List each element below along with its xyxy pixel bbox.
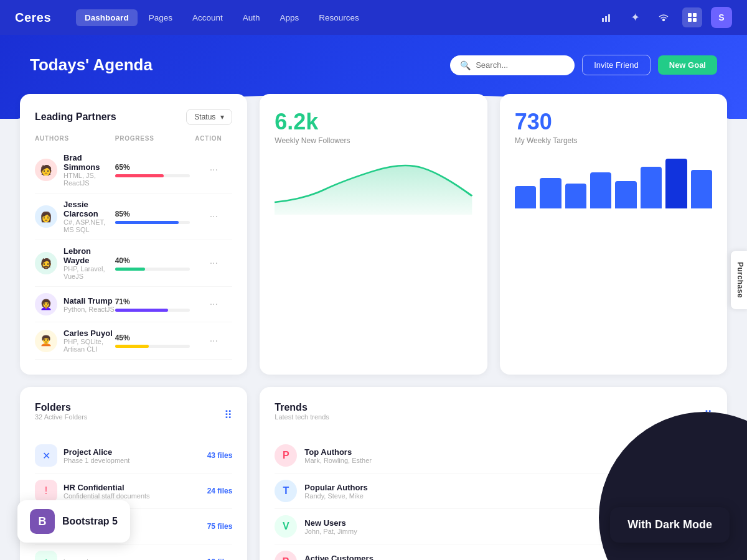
bar-item xyxy=(615,181,636,208)
new-goal-button[interactable]: New Goal xyxy=(658,55,717,75)
partner-name: Lebron Wayde xyxy=(63,246,115,265)
partner-progress-pct: 65% xyxy=(115,163,195,172)
svg-point-3 xyxy=(663,19,665,21)
bootstrap-badge: B Bootstrap 5 xyxy=(17,500,130,543)
folder-row: ✕ Project Alice Phase 1 development 43 f… xyxy=(35,438,232,474)
partner-row: 👩‍🦱 Natali Trump Python, ReactJS 71% ··· xyxy=(35,287,232,322)
leading-partners-card: Leading Partners Status ▾ AUTHORS PROGRE… xyxy=(20,94,247,375)
partner-name: Brad Simmons xyxy=(63,153,115,172)
bar-item xyxy=(515,186,536,208)
bar-item xyxy=(665,159,687,208)
folder-desc: Confidential staff documents xyxy=(63,492,150,500)
targets-value: 730 xyxy=(515,109,712,135)
dark-mode-button[interactable]: With Dark Mode xyxy=(610,507,730,543)
search-box[interactable]: 🔍 xyxy=(450,55,575,75)
partner-name: Carles Puyol xyxy=(63,329,115,338)
invite-friend-button[interactable]: Invite Friend xyxy=(582,55,651,75)
partner-progress-pct: 40% xyxy=(115,256,195,265)
folder-name: Project Alice xyxy=(63,447,129,457)
folders-subtitle: 32 Active Folders xyxy=(35,413,87,421)
partner-action-dots[interactable]: ··· xyxy=(195,164,232,175)
bar-fill xyxy=(691,170,712,208)
bar-fill xyxy=(641,167,662,208)
svg-rect-2 xyxy=(608,14,610,22)
bar-item xyxy=(641,167,662,208)
stats-icon[interactable] xyxy=(596,7,616,27)
trend-name: Top Authors xyxy=(304,447,372,457)
trend-icon: V xyxy=(275,515,297,538)
bar-fill xyxy=(615,181,636,208)
partner-info: 👩‍🦱 Natali Trump Python, ReactJS xyxy=(35,293,115,315)
trend-authors: John, Pat, Jimmy xyxy=(304,528,357,535)
nav-link-auth[interactable]: Auth xyxy=(234,9,269,26)
nav-link-apps[interactable]: Apps xyxy=(271,9,308,26)
partner-info: 🧔 Lebron Wayde PHP, Laravel, VueJS xyxy=(35,246,115,280)
status-dropdown[interactable]: Status ▾ xyxy=(186,109,232,125)
partner-name: Natali Trump xyxy=(63,296,115,306)
nav-link-dashboard[interactable]: Dashboard xyxy=(76,9,138,26)
nav-link-resources[interactable]: Resources xyxy=(310,9,368,26)
nav-link-account[interactable]: Account xyxy=(184,9,232,26)
trend-icon: B xyxy=(275,551,297,560)
bar-fill xyxy=(565,184,586,208)
nav-icons: ✦ S xyxy=(596,7,732,28)
weekly-followers-card: 6.2k Weekly New Followers xyxy=(260,94,487,375)
partner-progress-bar-fill xyxy=(115,174,164,177)
nav-link-pages[interactable]: Pages xyxy=(140,9,181,26)
bar-fill xyxy=(665,159,687,208)
bar-item xyxy=(590,172,611,208)
trend-name: New Users xyxy=(304,518,357,528)
partner-progress-bar-bg xyxy=(115,268,190,271)
partner-skills: C#, ASP.NET, MS SQL xyxy=(63,218,115,233)
partner-progress-bar-fill xyxy=(115,221,179,224)
partner-action-dots[interactable]: ··· xyxy=(195,335,232,347)
svg-rect-0 xyxy=(602,18,604,22)
partner-progress-bar-bg xyxy=(115,345,190,348)
followers-chart xyxy=(275,152,472,215)
folder-files: 75 files xyxy=(207,522,233,531)
folder-files: 43 files xyxy=(207,451,233,460)
bar-fill xyxy=(540,178,561,208)
svg-rect-1 xyxy=(605,16,607,22)
bar-item xyxy=(540,178,561,208)
user-avatar[interactable]: S xyxy=(711,7,732,28)
followers-value: 6.2k xyxy=(275,109,472,135)
partner-avatar: 👩‍🦱 xyxy=(35,293,57,315)
trend-icon: T xyxy=(275,480,297,502)
partner-row: 🧑 Brad Simmons HTML, JS, ReactJS 65% ··· xyxy=(35,147,232,194)
search-input[interactable] xyxy=(476,60,563,70)
chevron-down-icon: ▾ xyxy=(220,113,224,121)
wifi-icon[interactable] xyxy=(654,7,674,27)
folder-desc: Phase 1 development xyxy=(63,457,129,464)
partners-col-headers: AUTHORS PROGRESS ACTION xyxy=(35,135,232,142)
nav-links: Dashboard Pages Account Auth Apps Resour… xyxy=(76,9,576,26)
grid-icon[interactable] xyxy=(682,7,702,27)
brand-logo: Ceres xyxy=(15,11,51,25)
partner-skills: HTML, JS, ReactJS xyxy=(63,172,115,187)
asterisk-icon[interactable]: ✦ xyxy=(625,7,645,27)
partner-action-dots[interactable]: ··· xyxy=(195,299,232,310)
folders-menu-icon[interactable]: ⠿ xyxy=(224,408,232,422)
partner-action-dots[interactable]: ··· xyxy=(195,211,232,222)
partner-progress-pct: 45% xyxy=(115,334,195,342)
partner-skills: Python, ReactJS xyxy=(63,306,115,313)
trends-title: Trends xyxy=(275,402,329,413)
page-title: Todays' Agenda xyxy=(30,55,153,75)
svg-rect-5 xyxy=(693,13,697,17)
purchase-tab[interactable]: Purchase xyxy=(731,251,747,309)
partner-progress-bar-fill xyxy=(115,309,168,312)
targets-label: My Weekly Targets xyxy=(515,136,712,145)
partner-row: 🧔 Lebron Wayde PHP, Laravel, VueJS 40% ·… xyxy=(35,240,232,287)
weekly-targets-card: 730 My Weekly Targets xyxy=(500,94,727,375)
svg-rect-6 xyxy=(688,18,692,22)
top-cards-grid: Leading Partners Status ▾ AUTHORS PROGRE… xyxy=(20,94,727,375)
partner-info: 🧑 Brad Simmons HTML, JS, ReactJS xyxy=(35,153,115,187)
partner-name: Jessie Clarcson xyxy=(63,200,115,218)
partner-action-dots[interactable]: ··· xyxy=(195,258,232,269)
trends-subtitle: Latest tech trends xyxy=(275,413,329,421)
partner-info: 🧑‍🦱 Carles Puyol PHP, SQLite, Artisan CL… xyxy=(35,329,115,353)
partner-progress-bar-bg xyxy=(115,174,190,177)
folder-icon: ◆ xyxy=(35,551,57,560)
partner-progress-bar-fill xyxy=(115,345,149,348)
partner-progress-bar-bg xyxy=(115,309,190,312)
